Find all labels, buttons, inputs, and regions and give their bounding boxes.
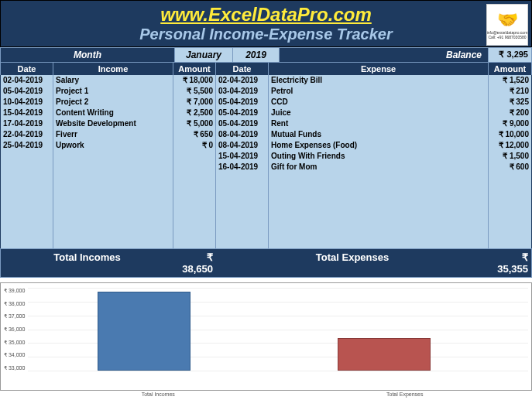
income-date[interactable] (1, 151, 53, 162)
income-desc[interactable] (53, 151, 173, 162)
expense-date[interactable]: 08-04-2019 (216, 129, 269, 140)
table-row[interactable]: 16-04-2019Gift for Mom₹ 600 (1, 162, 531, 173)
expense-amount[interactable]: ₹ 1,520 (489, 75, 531, 86)
expense-desc[interactable] (269, 194, 489, 205)
income-amount[interactable]: ₹ 5,500 (173, 86, 216, 97)
income-amount[interactable]: ₹ 0 (173, 140, 216, 151)
income-amount[interactable] (173, 183, 216, 194)
expense-date[interactable]: 05-04-2019 (216, 97, 269, 108)
table-row[interactable]: 10-04-2019Project 2₹ 7,00005-04-2019CCD₹… (1, 97, 531, 108)
expense-amount[interactable] (489, 205, 531, 216)
income-date[interactable] (1, 205, 53, 216)
expense-desc[interactable] (269, 183, 489, 194)
month-value[interactable]: January (175, 48, 233, 62)
income-amount[interactable] (173, 162, 216, 173)
income-date[interactable] (1, 183, 53, 194)
expense-desc[interactable]: CCD (269, 97, 489, 108)
table-row[interactable]: 15-04-2019Outing With Friends₹ 1,500 (1, 151, 531, 162)
expense-date[interactable] (216, 238, 269, 248)
expense-amount[interactable] (489, 216, 531, 227)
expense-date[interactable]: 08-04-2019 (216, 140, 269, 151)
expense-amount[interactable]: ₹ 200 (489, 108, 531, 118)
income-date[interactable] (1, 216, 53, 227)
table-row[interactable] (1, 183, 531, 194)
expense-date[interactable]: 05-04-2019 (216, 108, 269, 118)
table-row[interactable]: 02-04-2019Salary₹ 18,00002-04-2019Electr… (1, 75, 531, 86)
expense-date[interactable]: 05-04-2019 (216, 118, 269, 129)
expense-amount[interactable]: ₹ 10,000 (489, 129, 531, 140)
income-date[interactable]: 22-04-2019 (1, 129, 53, 140)
expense-date[interactable] (216, 194, 269, 205)
income-date[interactable] (1, 238, 53, 248)
income-desc[interactable] (53, 227, 173, 238)
expense-amount[interactable]: ₹ 325 (489, 97, 531, 108)
expense-desc[interactable]: Home Expenses (Food) (269, 140, 489, 151)
expense-amount[interactable] (489, 183, 531, 194)
expense-desc[interactable]: Gift for Mom (269, 162, 489, 173)
income-amount[interactable] (173, 205, 216, 216)
income-date[interactable]: 02-04-2019 (1, 75, 53, 86)
income-amount[interactable]: ₹ 5,000 (173, 118, 216, 129)
income-date[interactable]: 15-04-2019 (1, 108, 53, 118)
expense-date[interactable]: 03-04-2019 (216, 86, 269, 97)
income-date[interactable] (1, 194, 53, 205)
income-amount[interactable] (173, 173, 216, 183)
income-desc[interactable]: Salary (53, 75, 173, 86)
table-row[interactable] (1, 205, 531, 216)
income-desc[interactable] (53, 173, 173, 183)
expense-desc[interactable]: Petrol (269, 86, 489, 97)
year-value[interactable]: 2019 (233, 48, 280, 62)
income-amount[interactable] (173, 238, 216, 248)
table-row[interactable] (1, 238, 531, 248)
income-desc[interactable]: Content Writing (53, 108, 173, 118)
income-desc[interactable]: Project 2 (53, 97, 173, 108)
expense-amount[interactable] (489, 194, 531, 205)
expense-desc[interactable]: Mutual Funds (269, 129, 489, 140)
income-date[interactable]: 25-04-2019 (1, 140, 53, 151)
income-desc[interactable]: Upwork (53, 140, 173, 151)
income-date[interactable] (1, 162, 53, 173)
table-row[interactable] (1, 227, 531, 238)
expense-desc[interactable] (269, 173, 489, 183)
expense-date[interactable] (216, 183, 269, 194)
income-amount[interactable]: ₹ 2,500 (173, 108, 216, 118)
expense-amount[interactable] (489, 173, 531, 183)
income-desc[interactable] (53, 194, 173, 205)
expense-desc[interactable] (269, 205, 489, 216)
income-desc[interactable] (53, 183, 173, 194)
income-desc[interactable]: Project 1 (53, 86, 173, 97)
expense-desc[interactable]: Electricity Bill (269, 75, 489, 86)
income-date[interactable] (1, 227, 53, 238)
expense-date[interactable] (216, 227, 269, 238)
table-row[interactable]: 15-04-2019Content Writing₹ 2,50005-04-20… (1, 108, 531, 118)
expense-amount[interactable]: ₹ 12,000 (489, 140, 531, 151)
expense-desc[interactable] (269, 216, 489, 227)
expense-amount[interactable] (489, 238, 531, 248)
expense-amount[interactable]: ₹ 600 (489, 162, 531, 173)
expense-desc[interactable] (269, 227, 489, 238)
expense-date[interactable]: 16-04-2019 (216, 162, 269, 173)
expense-desc[interactable] (269, 238, 489, 248)
table-row[interactable] (1, 173, 531, 183)
income-desc[interactable]: Website Development (53, 118, 173, 129)
table-row[interactable]: 22-04-2019Fiverr₹ 65008-04-2019Mutual Fu… (1, 129, 531, 140)
income-date[interactable]: 10-04-2019 (1, 97, 53, 108)
expense-desc[interactable]: Juice (269, 108, 489, 118)
income-desc[interactable] (53, 162, 173, 173)
income-desc[interactable]: Fiverr (53, 129, 173, 140)
income-date[interactable]: 05-04-2019 (1, 86, 53, 97)
income-desc[interactable] (53, 238, 173, 248)
expense-date[interactable]: 02-04-2019 (216, 75, 269, 86)
income-amount[interactable] (173, 216, 216, 227)
expense-date[interactable] (216, 216, 269, 227)
expense-date[interactable] (216, 205, 269, 216)
table-row[interactable] (1, 194, 531, 205)
expense-amount[interactable]: ₹ 9,000 (489, 118, 531, 129)
income-amount[interactable]: ₹ 18,000 (173, 75, 216, 86)
expense-amount[interactable]: ₹ 210 (489, 86, 531, 97)
income-amount[interactable] (173, 194, 216, 205)
income-date[interactable] (1, 173, 53, 183)
income-date[interactable]: 17-04-2019 (1, 118, 53, 129)
income-desc[interactable] (53, 205, 173, 216)
expense-amount[interactable]: ₹ 1,500 (489, 151, 531, 162)
